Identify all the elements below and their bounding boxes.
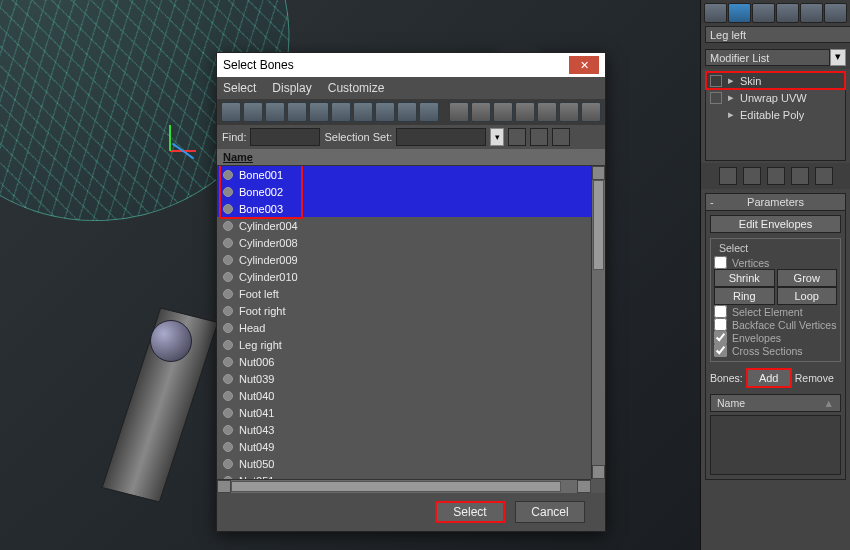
tab-create-icon[interactable] [704, 3, 727, 23]
find-row: Find: Selection Set: ▾ [217, 125, 605, 149]
expand-icon[interactable]: ▸ [726, 74, 736, 87]
find-input[interactable] [250, 128, 320, 146]
list-item[interactable]: Head [217, 319, 591, 336]
wireframe-joint [150, 320, 192, 362]
list-item[interactable]: Nut006 [217, 353, 591, 370]
scroll-up-icon[interactable] [592, 166, 605, 180]
filter-spacewarps-icon[interactable] [353, 102, 373, 122]
list-item[interactable]: Cylinder004 [217, 217, 591, 234]
modifier-stack[interactable]: ▸ Skin ▸ Unwrap UVW ▸ Editable Poly [705, 71, 846, 161]
filter-lights-icon[interactable] [287, 102, 307, 122]
filter-all-icon[interactable] [221, 102, 241, 122]
filter-shapes-icon[interactable] [265, 102, 285, 122]
scroll-down-icon[interactable] [592, 465, 605, 479]
horizontal-scrollbar[interactable] [217, 479, 591, 493]
edit-envelopes-button[interactable]: Edit Envelopes [710, 215, 841, 233]
backface-cull-checkbox[interactable]: Backface Cull Vertices [714, 318, 837, 331]
scroll-left-icon[interactable] [217, 480, 231, 493]
list-item[interactable]: Cylinder008 [217, 234, 591, 251]
modifier-label: Editable Poly [740, 109, 804, 121]
list-item[interactable]: Nut051 [217, 472, 591, 479]
modifier-editable-poly[interactable]: ▸ Editable Poly [706, 106, 845, 123]
toolbar-btn-a[interactable] [449, 102, 469, 122]
select-button[interactable]: Select [435, 501, 505, 523]
toolbar-btn-c[interactable] [493, 102, 513, 122]
tab-display-icon[interactable] [800, 3, 823, 23]
bones-list[interactable] [710, 415, 841, 475]
bones-list-header[interactable]: Name ▲ [710, 394, 841, 412]
show-end-result-icon[interactable] [743, 167, 761, 185]
toolbar-btn-e[interactable] [537, 102, 557, 122]
list-item[interactable]: Nut040 [217, 387, 591, 404]
modifier-unwrap-uvw[interactable]: ▸ Unwrap UVW [706, 89, 845, 106]
toolbar-btn-f[interactable] [559, 102, 579, 122]
modifier-skin[interactable]: ▸ Skin [706, 72, 845, 89]
toolbar-btn-g[interactable] [581, 102, 601, 122]
rollout-header[interactable]: - Parameters [705, 193, 846, 211]
selection-set-dropdown[interactable]: ▾ [490, 128, 504, 146]
transform-gizmo[interactable] [170, 150, 172, 190]
filter-helpers-icon[interactable] [331, 102, 351, 122]
pin-stack-icon[interactable] [719, 167, 737, 185]
loop-button[interactable]: Loop [777, 287, 838, 305]
select-element-checkbox[interactable]: Select Element [714, 305, 837, 318]
list-item[interactable]: Leg right [217, 336, 591, 353]
tab-hierarchy-icon[interactable] [752, 3, 775, 23]
list-header-name[interactable]: Name [217, 149, 605, 166]
hscroll-thumb[interactable] [231, 481, 561, 492]
list-item[interactable]: Nut041 [217, 404, 591, 421]
scroll-right-icon[interactable] [577, 480, 591, 493]
grow-button[interactable]: Grow [777, 269, 838, 287]
cross-sections-checkbox[interactable]: Cross Sections [714, 344, 837, 357]
close-button[interactable]: ✕ [569, 56, 599, 74]
menu-select[interactable]: Select [223, 81, 256, 95]
cancel-button[interactable]: Cancel [515, 501, 585, 523]
filter-groups-icon[interactable] [375, 102, 395, 122]
list-item[interactable]: Foot right [217, 302, 591, 319]
filter-bones-icon[interactable] [419, 102, 439, 122]
modifier-list-dropdown[interactable]: ▾ [830, 49, 846, 66]
configure-sets-icon[interactable] [815, 167, 833, 185]
menu-display[interactable]: Display [272, 81, 311, 95]
scroll-thumb[interactable] [593, 180, 604, 270]
expand-icon[interactable]: ▸ [726, 108, 736, 121]
sort-desc-icon[interactable] [530, 128, 548, 146]
add-bone-button[interactable]: Add [747, 369, 791, 387]
list-item[interactable]: Foot left [217, 285, 591, 302]
list-options-icon[interactable] [552, 128, 570, 146]
list-item[interactable]: Nut039 [217, 370, 591, 387]
make-unique-icon[interactable] [767, 167, 785, 185]
sort-asc-icon[interactable] [508, 128, 526, 146]
list-item[interactable]: Cylinder009 [217, 251, 591, 268]
filter-geometry-icon[interactable] [243, 102, 263, 122]
toolbar-btn-d[interactable] [515, 102, 535, 122]
object-name-input[interactable] [705, 26, 850, 43]
filter-xrefs-icon[interactable] [397, 102, 417, 122]
vertices-checkbox[interactable]: Vertices [714, 256, 837, 269]
tab-modify-icon[interactable] [728, 3, 751, 23]
ring-button[interactable]: Ring [714, 287, 775, 305]
expand-icon[interactable]: ▸ [726, 91, 736, 104]
remove-modifier-icon[interactable] [791, 167, 809, 185]
toolbar-btn-b[interactable] [471, 102, 491, 122]
tab-utilities-icon[interactable] [824, 3, 847, 23]
envelopes-checkbox[interactable]: Envelopes [714, 331, 837, 344]
visibility-toggle-icon[interactable] [710, 92, 722, 104]
selection-set-input[interactable] [396, 128, 486, 146]
menu-customize[interactable]: Customize [328, 81, 385, 95]
vertical-scrollbar[interactable] [591, 166, 605, 479]
list-item[interactable]: Nut043 [217, 421, 591, 438]
list-item[interactable]: Cylinder010 [217, 268, 591, 285]
shrink-button[interactable]: Shrink [714, 269, 775, 287]
remove-bone-label[interactable]: Remove [795, 372, 834, 384]
item-label: Foot left [239, 288, 279, 300]
filter-cameras-icon[interactable] [309, 102, 329, 122]
collapse-icon[interactable]: - [710, 196, 714, 208]
dialog-titlebar[interactable]: Select Bones ✕ [217, 53, 605, 77]
highlight-bones [221, 166, 301, 217]
visibility-toggle-icon[interactable] [710, 75, 722, 87]
list-item[interactable]: Nut050 [217, 455, 591, 472]
tab-motion-icon[interactable] [776, 3, 799, 23]
sort-arrow-icon[interactable]: ▲ [824, 397, 834, 409]
list-item[interactable]: Nut049 [217, 438, 591, 455]
